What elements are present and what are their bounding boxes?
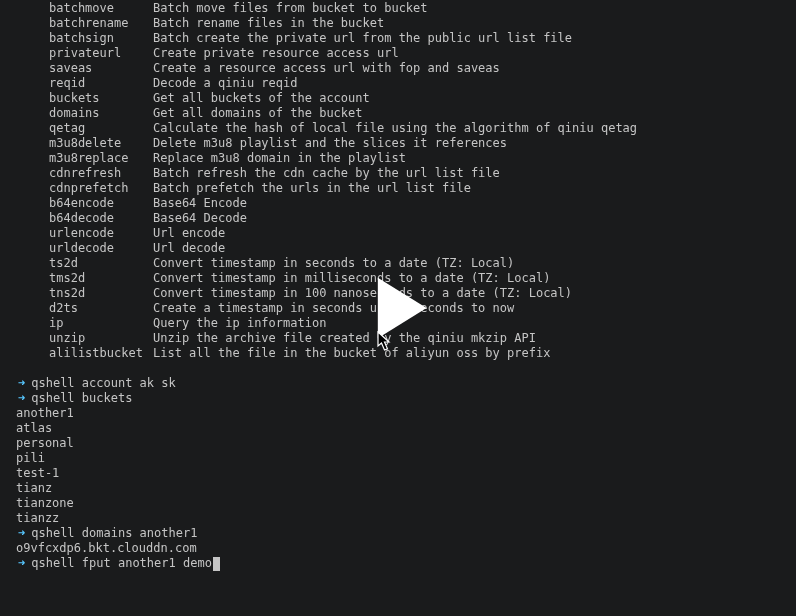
svg-marker-0 (378, 278, 427, 338)
command-help-row: saveasCreate a resource access url with … (8, 61, 796, 76)
shell-command: qshell fput another1 demo (31, 556, 212, 571)
command-description: Batch move files from bucket to bucket (153, 1, 796, 16)
command-help-row: b64encodeBase64 Encode (8, 196, 796, 211)
command-name: buckets (8, 91, 153, 106)
command-description: Batch create the private url from the pu… (153, 31, 796, 46)
command-description: Decode a qiniu reqid (153, 76, 796, 91)
command-name: qetag (8, 121, 153, 136)
command-name: reqid (8, 76, 153, 91)
shell-line-buckets: ➜ qshell buckets (8, 391, 796, 406)
command-description: Batch refresh the cdn cache by the url l… (153, 166, 796, 181)
domains-output: o9vfcxdp6.bkt.clouddn.com (8, 541, 796, 556)
command-name: ip (8, 316, 153, 331)
command-name: batchmove (8, 1, 153, 16)
command-name: tns2d (8, 286, 153, 301)
command-description: Create private resource access url (153, 46, 796, 61)
command-description: Url decode (153, 241, 796, 256)
bucket-name: atlas (8, 421, 796, 436)
command-description: Query the ip information (153, 316, 796, 331)
command-name: urldecode (8, 241, 153, 256)
command-help-row: domainsGet all domains of the bucket (8, 106, 796, 121)
shell-line-fput: ➜ qshell fput another1 demo (8, 556, 796, 571)
command-help-row: m3u8replaceReplace m3u8 domain in the pl… (8, 151, 796, 166)
command-name: d2ts (8, 301, 153, 316)
command-description: Url encode (153, 226, 796, 241)
command-description: Base64 Decode (153, 211, 796, 226)
command-help-row: urldecodeUrl decode (8, 241, 796, 256)
shell-line-account: ➜ qshell account ak sk (8, 376, 796, 391)
command-name: ts2d (8, 256, 153, 271)
command-name: b64encode (8, 196, 153, 211)
command-help-row: batchrenameBatch rename files in the buc… (8, 16, 796, 31)
command-description: Convert timestamp in seconds to a date (… (153, 256, 796, 271)
command-description: Convert timestamp in 100 nanoseconds to … (153, 286, 796, 301)
bucket-name: test-1 (8, 466, 796, 481)
prompt-symbol: ➜ (18, 556, 25, 571)
shell-command: qshell buckets (31, 391, 132, 406)
prompt-symbol: ➜ (18, 391, 25, 406)
command-name: alilistbucket (8, 346, 153, 361)
command-help-row: b64decodeBase64 Decode (8, 211, 796, 226)
command-description: List all the file in the bucket of aliyu… (153, 346, 796, 361)
shell-command: qshell account ak sk (31, 376, 176, 391)
command-description: Unzip the archive file created by the qi… (153, 331, 796, 346)
command-name: cdnrefresh (8, 166, 153, 181)
command-description: Batch prefetch the urls in the url list … (153, 181, 796, 196)
command-help-row: privateurlCreate private resource access… (8, 46, 796, 61)
command-name: batchrename (8, 16, 153, 31)
command-description: Calculate the hash of local file using t… (153, 121, 796, 136)
command-help-row: bucketsGet all buckets of the account (8, 91, 796, 106)
command-name: urlencode (8, 226, 153, 241)
command-description: Get all buckets of the account (153, 91, 796, 106)
command-help-row: qetagCalculate the hash of local file us… (8, 121, 796, 136)
command-name: m3u8delete (8, 136, 153, 151)
bucket-name: tianz (8, 481, 796, 496)
bucket-name: tianzone (8, 496, 796, 511)
blank-line (8, 361, 796, 376)
command-help-row: reqidDecode a qiniu reqid (8, 76, 796, 91)
bucket-name: tianzz (8, 511, 796, 526)
bucket-name: pili (8, 451, 796, 466)
command-name: tms2d (8, 271, 153, 286)
bucket-name: personal (8, 436, 796, 451)
command-name: m3u8replace (8, 151, 153, 166)
prompt-symbol: ➜ (18, 526, 25, 541)
command-name: domains (8, 106, 153, 121)
command-help-row: batchmoveBatch move files from bucket to… (8, 1, 796, 16)
command-name: batchsign (8, 31, 153, 46)
command-description: Replace m3u8 domain in the playlist (153, 151, 796, 166)
command-description: Delete m3u8 playlist and the slices it r… (153, 136, 796, 151)
command-description: Create a timestamp in seconds using seco… (153, 301, 796, 316)
command-help-row: batchsignBatch create the private url fr… (8, 31, 796, 46)
shell-command: qshell domains another1 (31, 526, 197, 541)
command-description: Create a resource access url with fop an… (153, 61, 796, 76)
buckets-output: another1atlaspersonalpilitest-1tianztian… (8, 406, 796, 526)
command-help-row: cdnprefetchBatch prefetch the urls in th… (8, 181, 796, 196)
command-description: Base64 Encode (153, 196, 796, 211)
command-description: Get all domains of the bucket (153, 106, 796, 121)
terminal-cursor (213, 557, 220, 571)
command-name: saveas (8, 61, 153, 76)
prompt-symbol: ➜ (18, 376, 25, 391)
play-icon (356, 266, 440, 350)
command-help-row: cdnrefreshBatch refresh the cdn cache by… (8, 166, 796, 181)
bucket-name: another1 (8, 406, 796, 421)
play-button[interactable] (356, 266, 440, 350)
command-name: unzip (8, 331, 153, 346)
command-help-row: urlencodeUrl encode (8, 226, 796, 241)
shell-line-domains: ➜ qshell domains another1 (8, 526, 796, 541)
command-name: b64decode (8, 211, 153, 226)
command-help-row: m3u8deleteDelete m3u8 playlist and the s… (8, 136, 796, 151)
command-description: Convert timestamp in milliseconds to a d… (153, 271, 796, 286)
command-name: privateurl (8, 46, 153, 61)
command-description: Batch rename files in the bucket (153, 16, 796, 31)
command-name: cdnprefetch (8, 181, 153, 196)
domain-name: o9vfcxdp6.bkt.clouddn.com (8, 541, 796, 556)
